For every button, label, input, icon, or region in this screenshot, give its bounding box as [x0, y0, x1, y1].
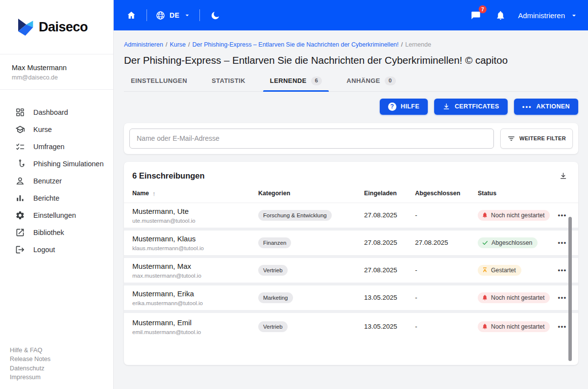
download-icon — [442, 103, 450, 110]
sidebar-item-einstellungen[interactable]: Einstellungen — [0, 207, 113, 224]
tab-lernende[interactable]: LERNENDE 6 — [263, 77, 329, 91]
sidebar: Daiseco Max Mustermann mm@daiseco.de Das… — [0, 0, 114, 389]
filter-bar: WEITERE FILTER — [124, 123, 578, 154]
row-actions-menu-button[interactable]: ••• — [558, 294, 566, 301]
logout-icon — [15, 245, 25, 255]
learner-cell: Mustermann, Max max.mustermann@tutool.io — [132, 262, 258, 279]
status-label: Abgeschlossen — [491, 239, 532, 246]
learner-name: Mustermann, Max — [132, 262, 258, 270]
breadcrumb-link-kurse[interactable]: Kurse — [170, 41, 186, 48]
status-label: Noch nicht gestartet — [491, 294, 544, 301]
sidebar-item-bibliothek[interactable]: Bibliothek — [0, 224, 113, 241]
sidebar-item-logout[interactable]: Logout — [0, 241, 113, 258]
status-label: Noch nicht gestartet — [491, 212, 544, 219]
gear-icon — [15, 210, 25, 220]
row-actions-menu-button[interactable]: ••• — [558, 323, 566, 330]
tabs: EINSTELLUNGEN STATISTIK LERNENDE 6 ANHÄN… — [124, 77, 578, 92]
bar-chart-icon — [15, 193, 25, 203]
status-label: Gestartet — [491, 267, 516, 274]
sidebar-menu: Dashboard Kurse Umfragen Phishing Simula… — [0, 90, 113, 258]
sidebar-item-dashboard[interactable]: Dashboard — [0, 104, 113, 121]
external-link-icon — [15, 228, 25, 237]
table-row: Mustermann, Ute ute.musterman@tutool.io … — [124, 203, 578, 231]
table-row: Mustermann, Emil emil.mustermann@tutool.… — [124, 313, 578, 340]
help-button[interactable]: ? HILFE — [380, 99, 428, 115]
category-chip: Forschung & Entwicklung — [258, 210, 332, 221]
status-label: Noch nicht gestartet — [491, 323, 544, 330]
page-title: Der Phishing-Express – Entlarven Sie die… — [124, 54, 578, 66]
learner-email: erika.mustermann@tutool.io — [132, 300, 258, 306]
completed-date: - — [415, 266, 478, 274]
language-selector[interactable]: DE — [155, 10, 191, 21]
main-content: Administrieren/Kurse/Der Phishing-Expres… — [114, 30, 588, 389]
table-scrollbar[interactable] — [568, 217, 572, 361]
language-label: DE — [170, 11, 179, 19]
help-button-label: HILFE — [401, 103, 419, 110]
dashboard-icon — [15, 107, 25, 117]
aktionen-button-label: AKTIONEN — [537, 103, 570, 110]
sidebar-item-berichte[interactable]: Berichte — [0, 189, 113, 207]
daiseco-logo-icon — [16, 16, 34, 38]
user-icon — [15, 176, 25, 186]
status-badge: Abgeschlossen — [478, 237, 538, 248]
home-button[interactable] — [124, 8, 138, 22]
enrollments-card: 6 Einschreibungen Name ↑ Kategorien Eing… — [124, 162, 578, 365]
breadcrumb-link-administrieren[interactable]: Administrieren — [124, 41, 163, 48]
learner-email: klaus.mustermann@tutool.io — [132, 245, 258, 251]
certificates-button[interactable]: CERTFICATES — [434, 99, 508, 115]
completed-date: - — [415, 323, 478, 330]
sidebar-item-label: Kurse — [33, 126, 52, 133]
enrollments-count-title: 6 Einschreibungen — [132, 171, 205, 181]
export-button[interactable] — [559, 172, 567, 180]
graduation-cap-icon — [15, 125, 25, 134]
tab-anhaenge[interactable]: ANHÄNGE 0 — [340, 77, 402, 91]
column-header-kategorien: Kategorien — [258, 190, 364, 197]
notifications-button[interactable] — [493, 8, 507, 22]
tab-einstellungen[interactable]: EINSTELLUNGEN — [124, 77, 194, 91]
footer-link-release-notes[interactable]: Release Notes — [10, 355, 50, 364]
chevron-down-icon — [183, 11, 191, 19]
footer-link-datenschutz[interactable]: Datenschutz — [10, 364, 50, 373]
sidebar-item-benutzer[interactable]: Benutzer — [0, 172, 113, 189]
tab-label: STATISTIK — [212, 77, 245, 84]
bell-icon — [482, 294, 488, 301]
aktionen-button[interactable]: ••• AKTIONEN — [514, 99, 578, 115]
category-chip: Vertrieb — [258, 321, 288, 332]
download-icon — [559, 172, 567, 180]
status-badge: Gestartet — [478, 265, 521, 276]
breadcrumb-link-course[interactable]: Der Phishing-Express – Entlarven Sie die… — [193, 41, 399, 48]
learner-name: Mustermann, Klaus — [132, 234, 258, 243]
breadcrumb-separator: / — [188, 41, 190, 48]
more-filters-label: WEITERE FILTER — [519, 135, 566, 141]
dark-mode-toggle[interactable] — [208, 8, 222, 22]
learner-cell: Mustermann, Klaus klaus.mustermann@tutoo… — [132, 234, 258, 251]
row-actions-menu-button[interactable]: ••• — [558, 239, 566, 246]
column-header-name[interactable]: Name ↑ — [132, 190, 258, 197]
sidebar-item-umfragen[interactable]: Umfragen — [0, 138, 113, 155]
more-filters-button[interactable]: WEITERE FILTER — [500, 129, 573, 149]
footer-link-impressum[interactable]: Impressum — [10, 373, 50, 382]
admin-menu-label: Administrieren — [518, 11, 565, 20]
invited-date: 13.05.2025 — [364, 323, 415, 330]
sidebar-item-kurse[interactable]: Kurse — [0, 121, 113, 138]
bell-icon — [482, 212, 488, 218]
search-input[interactable] — [129, 129, 494, 149]
learner-email: ute.musterman@tutool.io — [132, 218, 258, 224]
sidebar-item-phishing[interactable]: Phishing Simulationen — [0, 155, 113, 172]
brand-logo[interactable]: Daiseco — [0, 0, 113, 54]
admin-user-menu[interactable]: Administrieren — [518, 11, 578, 20]
footer-link-hilfe-faq[interactable]: Hilfe & FAQ — [10, 346, 50, 355]
messages-button[interactable]: 7 — [469, 8, 483, 22]
row-actions-menu-button[interactable]: ••• — [558, 266, 566, 274]
learner-email: max.mustermann@tutool.io — [132, 273, 258, 279]
sidebar-item-label: Berichte — [33, 194, 59, 202]
category-chip: Finanzen — [258, 237, 291, 248]
status-badge: Noch nicht gestartet — [478, 292, 550, 303]
topbar: DE 7 Administrieren — [114, 0, 588, 30]
row-actions-menu-button[interactable]: ••• — [558, 211, 566, 219]
ellipsis-icon: ••• — [522, 103, 532, 110]
tab-statistik[interactable]: STATISTIK — [205, 77, 252, 91]
learner-cell: Mustermann, Erika erika.mustermann@tutoo… — [132, 289, 258, 306]
breadcrumb-current: Lernende — [405, 41, 431, 48]
bell-icon — [482, 323, 488, 330]
